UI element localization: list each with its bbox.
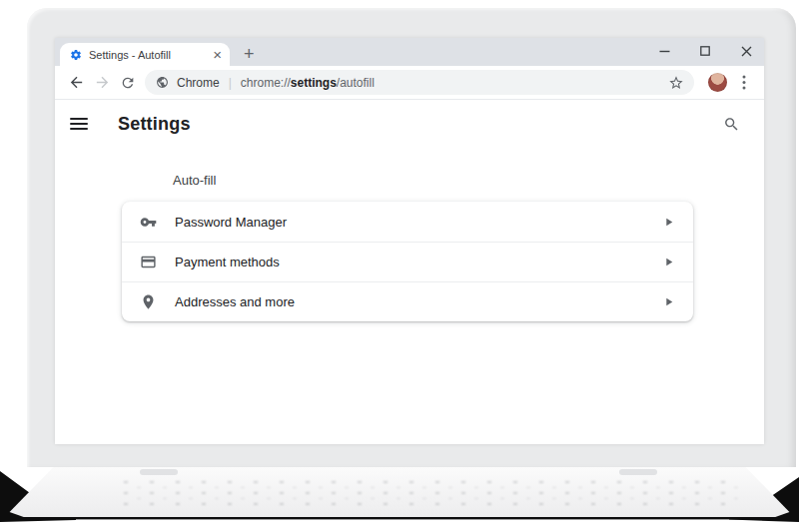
omnibox-url[interactable]: chrome://settings/autofill — [241, 76, 375, 90]
hamburger-icon[interactable] — [70, 118, 88, 130]
right-arrow-icon — [662, 295, 675, 308]
tab-close-icon[interactable]: × — [213, 49, 222, 61]
row-label: Addresses and more — [175, 294, 662, 309]
keyboard-keys — [115, 477, 746, 505]
browser-toolbar: Chrome | chrome://settings/autofill — [55, 66, 764, 100]
row-label: Payment methods — [175, 255, 662, 269]
tab-strip: Settings - Autofill × + — [55, 38, 764, 66]
settings-header: Settings — [55, 100, 764, 148]
row-payment-methods[interactable]: Payment methods — [122, 242, 693, 281]
location-pin-icon — [140, 293, 157, 310]
omnibox[interactable]: Chrome | chrome://settings/autofill — [145, 70, 694, 95]
star-icon[interactable] — [668, 75, 684, 91]
settings-content: Auto-fill Password Manager — [55, 148, 764, 444]
window-controls — [658, 38, 752, 64]
tab-title: Settings - Autofill — [89, 49, 213, 61]
hinge-bump — [619, 469, 657, 475]
url-path: /autofill — [337, 76, 375, 90]
laptop-mockup: Settings - Autofill × + — [0, 0, 799, 532]
close-icon[interactable] — [740, 45, 752, 57]
minimize-icon[interactable] — [658, 45, 670, 57]
search-icon[interactable] — [723, 116, 740, 133]
reload-icon[interactable] — [115, 70, 141, 96]
autofill-card: Password Manager Payment methods — [122, 202, 693, 321]
settings-page: Settings Auto-fill Password Manager — [55, 100, 764, 444]
key-icon — [140, 214, 157, 231]
globe-icon — [156, 76, 169, 89]
url-host: settings — [291, 76, 337, 90]
credit-card-icon — [140, 254, 157, 270]
page-title: Settings — [118, 114, 191, 135]
row-password-manager[interactable]: Password Manager — [122, 202, 693, 242]
right-arrow-icon — [662, 256, 675, 268]
url-scheme: chrome:// — [241, 76, 291, 90]
omnibox-site-label: Chrome — [177, 76, 220, 90]
maximize-icon[interactable] — [699, 45, 711, 57]
right-arrow-icon — [662, 216, 675, 229]
settings-gear-icon — [70, 49, 82, 61]
tab-settings-autofill[interactable]: Settings - Autofill × — [60, 43, 230, 66]
browser-window: Settings - Autofill × + — [55, 38, 764, 444]
new-tab-button[interactable]: + — [244, 47, 255, 61]
forward-arrow-icon[interactable] — [89, 70, 115, 96]
row-label: Password Manager — [175, 215, 662, 230]
section-label: Auto-fill — [173, 173, 216, 188]
profile-avatar[interactable] — [708, 73, 727, 92]
row-addresses-and-more[interactable]: Addresses and more — [122, 281, 693, 321]
three-dot-menu-icon[interactable] — [734, 73, 754, 93]
hinge-bump — [140, 469, 178, 475]
back-arrow-icon[interactable] — [63, 70, 89, 96]
omnibox-separator: | — [229, 76, 232, 90]
